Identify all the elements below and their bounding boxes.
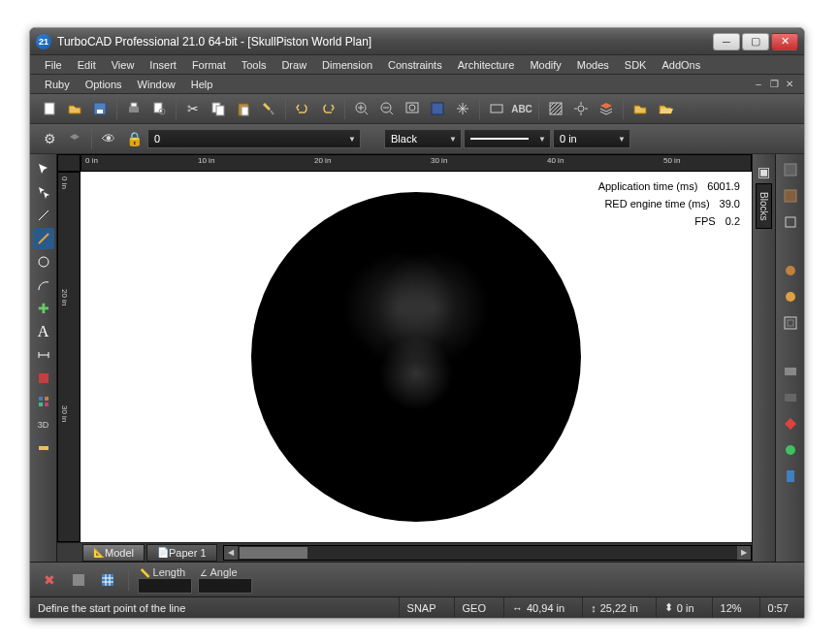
palette-icon-5[interactable] <box>779 285 802 308</box>
palette-icon-9[interactable] <box>779 412 802 435</box>
text-icon[interactable]: A <box>33 321 54 342</box>
menu-addons[interactable]: AddOns <box>655 57 707 73</box>
ruler-vertical[interactable]: 0 in 20 in 30 in <box>57 172 81 542</box>
undo-icon[interactable] <box>291 97 314 120</box>
close-button[interactable]: ✕ <box>771 33 798 50</box>
paste-icon[interactable] <box>232 97 255 120</box>
palette-icon-2[interactable] <box>779 184 802 208</box>
line-icon[interactable] <box>33 205 54 226</box>
point-icon[interactable]: ✚ <box>33 298 54 319</box>
select-icon[interactable] <box>33 158 54 179</box>
maximize-button[interactable]: ▢ <box>742 33 769 50</box>
redo-icon[interactable] <box>316 97 339 120</box>
arc-icon[interactable] <box>33 274 54 296</box>
measure-icon[interactable] <box>33 437 54 459</box>
menu-view[interactable]: View <box>105 57 142 73</box>
status-geo[interactable]: GEO <box>454 597 494 618</box>
angle-input[interactable] <box>198 578 252 594</box>
cut-icon[interactable]: ✂ <box>181 97 205 120</box>
tab-paper1[interactable]: 📄 Paper 1 <box>146 544 217 562</box>
circle-icon[interactable] <box>33 251 54 273</box>
properties-icon[interactable] <box>67 568 90 592</box>
hatch-tool-icon[interactable] <box>33 368 54 389</box>
mdi-restore-button[interactable]: ❐ <box>767 78 781 91</box>
open-icon[interactable] <box>63 97 86 120</box>
select-all-icon[interactable] <box>33 181 54 203</box>
polyline-icon[interactable] <box>33 228 54 249</box>
mdi-minimize-button[interactable]: – <box>752 78 765 91</box>
ruler-horizontal[interactable]: 0 in 10 in 20 in 30 in 40 in 50 in <box>81 154 752 172</box>
menu-modify[interactable]: Modify <box>523 57 567 73</box>
menu-dimension[interactable]: Dimension <box>315 57 379 73</box>
canvas[interactable]: Application time (ms)6001.9 RED engine t… <box>81 172 752 542</box>
menu-architecture[interactable]: Architecture <box>451 57 522 73</box>
menu-window[interactable]: Window <box>131 77 182 92</box>
pan-icon[interactable] <box>451 97 474 120</box>
layer-combo[interactable]: 0 ▼ <box>147 129 361 148</box>
horizontal-scrollbar[interactable]: ◀ ▶ <box>223 545 753 561</box>
palette-toggle-icon[interactable]: ▣ <box>753 160 776 183</box>
dimension-icon[interactable] <box>33 344 54 366</box>
layer-icon[interactable] <box>63 127 86 150</box>
menu-modes[interactable]: Modes <box>570 57 616 73</box>
zoom-extents-icon[interactable] <box>426 97 449 120</box>
new-icon[interactable] <box>38 97 61 120</box>
menu-help[interactable]: Help <box>184 77 220 92</box>
tab-blocks[interactable]: Blocks <box>756 183 772 229</box>
named-view-icon[interactable] <box>485 97 508 120</box>
palette-icon-3[interactable] <box>779 210 802 234</box>
box-icon[interactable] <box>33 391 54 412</box>
menu-file[interactable]: File <box>38 57 69 73</box>
palette-icon-6[interactable] <box>779 311 802 335</box>
save-icon[interactable] <box>88 97 112 120</box>
folder-open-icon[interactable] <box>654 97 677 120</box>
menu-tools[interactable]: Tools <box>235 57 274 73</box>
mdi-close-button[interactable]: ✕ <box>783 78 796 91</box>
hatch-icon[interactable] <box>544 97 567 120</box>
settings-icon[interactable] <box>569 97 593 120</box>
folder-icon[interactable] <box>628 97 652 120</box>
scroll-thumb[interactable] <box>240 547 307 559</box>
menu-options[interactable]: Options <box>79 77 129 92</box>
menu-edit[interactable]: Edit <box>71 57 103 73</box>
menu-insert[interactable]: Insert <box>143 57 183 73</box>
lineweight-combo[interactable]: 0 in ▼ <box>553 129 630 148</box>
menu-ruby[interactable]: Ruby <box>38 77 77 92</box>
palette-icon-10[interactable] <box>779 438 802 462</box>
palette-icon-8[interactable] <box>779 386 802 409</box>
minimize-button[interactable]: ─ <box>713 33 740 50</box>
palette-icon-7[interactable] <box>779 360 802 383</box>
print-icon[interactable] <box>122 97 145 120</box>
text-style-icon[interactable]: ABC <box>510 97 533 120</box>
cancel-icon[interactable]: ✖ <box>38 568 61 592</box>
grid-icon[interactable] <box>96 568 119 592</box>
menu-format[interactable]: Format <box>185 57 233 73</box>
scroll-left-icon[interactable]: ◀ <box>224 546 238 560</box>
zoom-in-icon[interactable] <box>350 97 373 120</box>
status-zoom[interactable]: 12% <box>712 597 750 618</box>
menu-constraints[interactable]: Constraints <box>381 57 449 73</box>
print-preview-icon[interactable] <box>147 97 171 120</box>
format-painter-icon[interactable] <box>257 97 280 120</box>
palette-icon-4[interactable] <box>779 259 802 282</box>
length-input[interactable] <box>138 578 192 594</box>
visibility-icon[interactable]: 👁 <box>97 127 120 150</box>
menu-draw[interactable]: Draw <box>274 57 313 73</box>
scroll-right-icon[interactable]: ▶ <box>737 546 751 560</box>
color-combo[interactable]: Black ▼ <box>384 129 462 148</box>
menu-sdk[interactable]: SDK <box>618 57 654 73</box>
zoom-out-icon[interactable] <box>375 97 399 120</box>
tab-model[interactable]: 📐 Model <box>82 544 145 562</box>
lock-icon[interactable]: 🔒 <box>122 127 145 150</box>
layer-manager-icon[interactable] <box>595 97 618 120</box>
palette-icon-1[interactable] <box>779 158 802 181</box>
linetype-combo[interactable]: ▼ <box>464 129 551 148</box>
palette-icon-11[interactable] <box>779 465 802 488</box>
titlebar[interactable]: 21 TurboCAD Professional 21.0 64-bit - [… <box>30 28 804 55</box>
3d-icon[interactable]: 3D <box>33 414 54 435</box>
status-snap[interactable]: SNAP <box>399 597 444 618</box>
drawing-object[interactable] <box>251 192 581 522</box>
zoom-window-icon[interactable] <box>401 97 424 120</box>
copy-icon[interactable] <box>207 97 230 120</box>
gear-icon[interactable]: ⚙ <box>38 127 61 150</box>
